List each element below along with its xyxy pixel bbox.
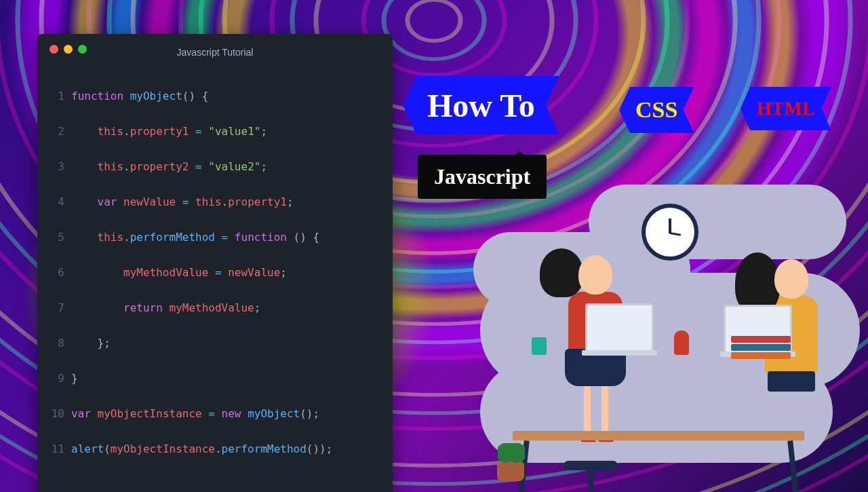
code-editor-panel: Javascript Tutorial 1function myObject()… <box>37 34 393 492</box>
minimize-icon <box>64 45 73 54</box>
laptop-left <box>585 303 654 354</box>
clock-icon <box>642 204 698 261</box>
close-icon <box>50 45 58 54</box>
panel-title: Javascript Tutorial <box>50 47 380 58</box>
laptop-right <box>724 305 792 355</box>
bottle-icon <box>674 330 689 355</box>
desk <box>513 431 804 440</box>
books-icon <box>731 352 791 359</box>
badge-how-to: How To <box>403 76 559 134</box>
office-illustration <box>453 185 860 487</box>
code-body: 1function myObject() { 2 this.property1 … <box>50 70 380 492</box>
plant-icon <box>494 443 528 481</box>
badge-css: CSS <box>619 87 694 133</box>
office-chair <box>553 461 628 474</box>
maximize-icon <box>78 45 87 54</box>
badge-html: HTML <box>741 87 831 130</box>
mug-icon <box>532 337 547 355</box>
